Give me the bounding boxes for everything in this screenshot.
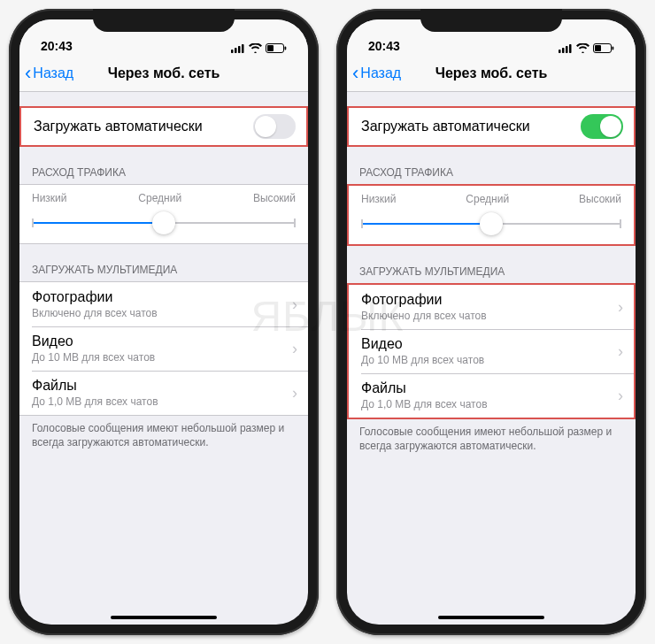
chevron-right-icon: › (618, 298, 623, 317)
slider-thumb[interactable] (152, 211, 175, 234)
slider-label-high: Высокий (253, 192, 296, 204)
media-videos-title: Видео (361, 336, 484, 352)
traffic-group: Низкий Средний Высокий (19, 184, 308, 244)
svg-rect-7 (559, 50, 561, 53)
media-photos-row[interactable]: Фотографии Включено для всех чатов › (19, 282, 308, 326)
section-traffic: РАСХОД ТРАФИКА Низкий Средний Высокий (19, 166, 308, 244)
chevron-right-icon: › (292, 384, 297, 402)
media-photos-sub: Включено для всех чатов (32, 307, 158, 319)
status-indicators (559, 43, 614, 53)
svg-rect-1 (235, 48, 237, 53)
slider-fill (32, 222, 164, 224)
svg-rect-9 (566, 46, 568, 53)
auto-download-group: Загружать автоматически (347, 106, 636, 147)
slider-label-medium: Средний (466, 193, 509, 205)
back-button[interactable]: ‹ Назад (19, 64, 73, 83)
home-indicator[interactable] (111, 616, 217, 619)
media-header: ЗАГРУЖАТЬ МУЛЬТИМЕДИА (347, 265, 636, 283)
section-traffic: РАСХОД ТРАФИКА Низкий Средний Высокий (347, 166, 636, 246)
media-files-title: Файлы (32, 378, 158, 394)
slider-labels: Низкий Средний Высокий (32, 192, 296, 204)
media-footer: Голосовые сообщения имеют небольшой разм… (19, 416, 308, 449)
status-indicators (231, 43, 287, 53)
media-photos-sub: Включено для всех чатов (361, 310, 487, 322)
slider-tick-high (294, 218, 296, 227)
auto-download-label: Загружать автоматически (361, 119, 530, 134)
traffic-header: РАСХОД ТРАФИКА (19, 166, 308, 184)
auto-download-row[interactable]: Загружать автоматически (349, 108, 634, 145)
media-footer: Голосовые сообщения имеют небольшой разм… (347, 419, 636, 453)
media-files-sub: До 1,0 MB для всех чатов (32, 395, 158, 408)
auto-download-group: Загружать автоматически (19, 106, 308, 147)
media-videos-sub: До 10 MB для всех чатов (361, 354, 484, 366)
signal-icon (231, 43, 245, 53)
status-time: 20:43 (41, 39, 73, 53)
nav-bar: ‹ Назад Через моб. сеть (347, 55, 636, 92)
slider-label-low: Низкий (32, 192, 67, 204)
home-indicator[interactable] (438, 616, 544, 619)
svg-rect-12 (595, 45, 601, 51)
media-videos-row[interactable]: Видео До 10 MB для всех чатов › (349, 329, 634, 373)
slider-tick-low (32, 218, 34, 227)
media-header: ЗАГРУЖАТЬ МУЛЬТИМЕДИА (19, 264, 308, 281)
screen-right: 20:43 ‹ Назад Через моб. сеть Загружать … (347, 19, 636, 625)
traffic-slider-row[interactable]: Низкий Средний Высокий (19, 185, 308, 243)
media-photos-row[interactable]: Фотографии Включено для всех чатов › (349, 285, 634, 329)
slider-track[interactable] (32, 222, 296, 224)
chevron-right-icon: › (618, 342, 623, 361)
chevron-right-icon: › (292, 340, 297, 358)
battery-icon (266, 43, 287, 53)
slider-tick-low (361, 219, 363, 228)
chevron-left-icon: ‹ (352, 64, 358, 83)
screen-left: 20:43 ‹ Назад Через моб. сеть Загружать … (19, 19, 308, 625)
svg-rect-5 (267, 45, 274, 51)
nav-bar: ‹ Назад Через моб. сеть (19, 55, 308, 92)
chevron-right-icon: › (292, 295, 297, 314)
slider-label-medium: Средний (138, 192, 181, 204)
back-button[interactable]: ‹ Назад (347, 64, 401, 83)
traffic-slider-row[interactable]: Низкий Средний Высокий (349, 186, 634, 244)
signal-icon (559, 43, 573, 53)
auto-download-row[interactable]: Загружать автоматически (21, 108, 306, 145)
svg-rect-8 (562, 48, 565, 53)
media-photos-title: Фотографии (32, 289, 158, 305)
media-files-title: Файлы (361, 380, 488, 396)
auto-download-toggle[interactable] (581, 114, 623, 139)
wifi-icon (249, 43, 262, 53)
media-files-row[interactable]: Файлы До 1,0 MB для всех чатов › (19, 371, 308, 415)
slider-labels: Низкий Средний Высокий (361, 193, 621, 205)
notch (93, 9, 235, 32)
media-videos-sub: До 10 MB для всех чатов (32, 351, 155, 364)
svg-rect-3 (242, 44, 244, 53)
slider-label-low: Низкий (361, 193, 397, 205)
media-group: Фотографии Включено для всех чатов › Вид… (347, 283, 636, 419)
chevron-left-icon: ‹ (25, 64, 31, 83)
slider-tick-high (620, 219, 621, 228)
media-files-row[interactable]: Файлы До 1,0 MB для всех чатов › (349, 373, 634, 418)
back-label: Назад (360, 65, 401, 81)
media-group: Фотографии Включено для всех чатов › Вид… (19, 281, 308, 416)
wifi-icon (576, 43, 590, 53)
svg-rect-10 (569, 44, 572, 53)
status-time: 20:43 (368, 39, 400, 53)
back-label: Назад (33, 65, 73, 81)
auto-download-toggle[interactable] (253, 114, 296, 139)
media-videos-row[interactable]: Видео До 10 MB для всех чатов › (19, 326, 308, 371)
notch (420, 9, 562, 32)
slider-label-high: Высокий (579, 193, 621, 205)
svg-rect-2 (238, 46, 241, 53)
slider-thumb[interactable] (480, 212, 503, 235)
auto-download-label: Загружать автоматически (34, 119, 203, 134)
traffic-group: Низкий Средний Высокий (347, 184, 636, 246)
svg-rect-6 (285, 47, 287, 50)
phone-right: 20:43 ‹ Назад Через моб. сеть Загружать … (336, 9, 646, 635)
section-auto-download: Загружать автоматически (19, 106, 308, 147)
media-photos-title: Фотографии (361, 292, 487, 308)
slider-track[interactable] (361, 223, 621, 225)
media-files-sub: До 1,0 MB для всех чатов (361, 398, 488, 410)
section-auto-download: Загружать автоматически (347, 106, 636, 147)
phone-left: 20:43 ‹ Назад Через моб. сеть Загружать … (9, 9, 319, 635)
battery-icon (593, 43, 614, 53)
section-media: ЗАГРУЖАТЬ МУЛЬТИМЕДИА Фотографии Включен… (19, 264, 308, 449)
chevron-right-icon: › (618, 387, 623, 405)
